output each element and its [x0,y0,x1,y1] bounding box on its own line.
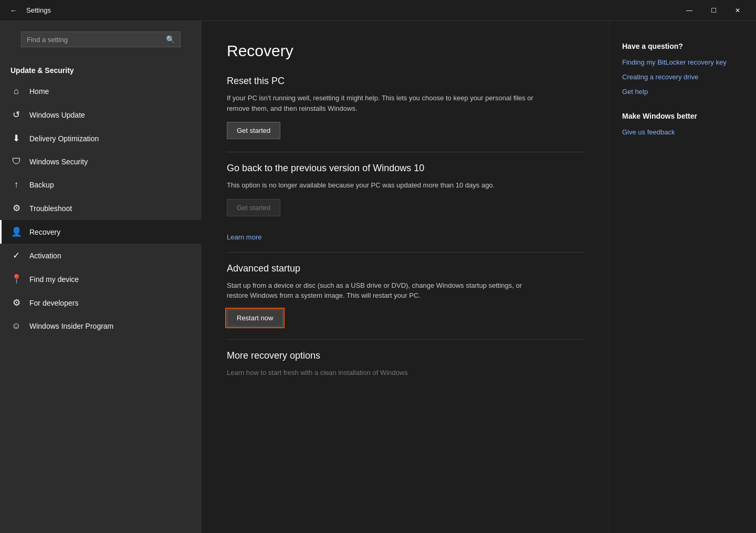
back-button[interactable]: ← [6,3,21,18]
more-recovery-title: More recovery options [227,350,584,361]
sidebar-item-delivery-optimization[interactable]: ⬇ Delivery Optimization [0,127,202,150]
divider-3 [227,339,584,340]
delivery-icon: ⬇ [10,133,22,144]
advanced-startup-title: Advanced startup [227,263,584,274]
go-back-button[interactable]: Get started [227,199,280,216]
window-controls: — ☐ ✕ [677,0,750,21]
sidebar-item-label: Troubleshoot [29,204,72,213]
sidebar-item-label: Windows Insider Program [29,322,113,330]
go-back-section: Go back to the previous version of Windo… [227,163,584,218]
make-better-title: Make Windows better [622,112,743,120]
make-windows-better-section: Make Windows better Give us feedback [622,112,743,137]
main-layout: 🔍 Update & Security ⌂ Home ↺ Windows Upd… [0,21,756,533]
search-input[interactable] [27,36,166,44]
titlebar: ← Settings — ☐ ✕ [0,0,756,21]
activation-icon: ✓ [10,250,22,261]
sidebar-item-label: Home [29,87,49,96]
restart-now-button[interactable]: Restart now [227,309,283,327]
sidebar-item-backup[interactable]: ↑ Backup [0,173,202,196]
right-panel: Have a question? Finding my BitLocker re… [609,21,756,533]
learn-more-area: Learn more [227,229,584,242]
more-recovery-desc: Learn how to start fresh with a clean in… [227,368,542,378]
insider-icon: ☺ [10,321,22,331]
recovery-icon: 👤 [10,226,22,237]
developer-icon: ⚙ [10,297,22,308]
sidebar-item-label: Backup [29,181,54,189]
feedback-link[interactable]: Give us feedback [622,128,743,137]
titlebar-title: Settings [26,6,51,14]
sidebar-item-windows-update[interactable]: ↺ Windows Update [0,103,202,127]
sidebar-item-label: For developers [29,299,78,307]
close-button[interactable]: ✕ [726,0,750,21]
sidebar-header: 🔍 [0,21,202,61]
go-back-title: Go back to the previous version of Windo… [227,163,584,174]
divider-1 [227,152,584,152]
sidebar-section-title: Update & Security [0,61,202,80]
sidebar-item-label: Activation [29,252,61,260]
troubleshoot-icon: ⚙ [10,203,22,214]
sidebar-item-label: Windows Update [29,111,85,119]
sidebar-item-for-developers[interactable]: ⚙ For developers [0,291,202,315]
find-device-icon: 📍 [10,274,22,285]
backup-icon: ↑ [10,180,22,190]
content-area: Recovery Reset this PC If your PC isn't … [202,21,609,533]
have-question-title: Have a question? [622,42,743,50]
learn-more-link[interactable]: Learn more [227,233,261,241]
sidebar-item-troubleshoot[interactable]: ⚙ Troubleshoot [0,196,202,220]
sidebar-item-label: Windows Security [29,158,88,166]
sidebar: 🔍 Update & Security ⌂ Home ↺ Windows Upd… [0,21,202,533]
recovery-drive-link[interactable]: Creating a recovery drive [622,72,743,82]
maximize-button[interactable]: ☐ [701,0,726,21]
page-title: Recovery [227,42,584,60]
sidebar-item-label: Delivery Optimization [29,134,99,143]
sidebar-item-home[interactable]: ⌂ Home [0,80,202,103]
sidebar-item-activation[interactable]: ✓ Activation [0,244,202,267]
advanced-startup-desc: Start up from a device or disc (such as … [227,280,542,301]
sidebar-item-recovery[interactable]: 👤 Recovery [0,220,202,244]
search-box[interactable]: 🔍 [21,32,181,47]
more-recovery-section: More recovery options Learn how to start… [227,350,584,378]
sidebar-item-windows-security[interactable]: 🛡 Windows Security [0,150,202,173]
search-icon: 🔍 [166,35,175,44]
reset-pc-title: Reset this PC [227,76,584,87]
home-icon: ⌂ [10,86,22,97]
reset-pc-section: Reset this PC If your PC isn't running w… [227,76,584,141]
bitlocker-link[interactable]: Finding my BitLocker recovery key [622,58,743,67]
sidebar-item-label: Recovery [29,228,60,236]
sidebar-item-windows-insider[interactable]: ☺ Windows Insider Program [0,315,202,338]
reset-pc-desc: If your PC isn't running well, resetting… [227,93,542,113]
shield-icon: 🛡 [10,156,22,167]
sidebar-item-find-my-device[interactable]: 📍 Find my device [0,267,202,291]
divider-2 [227,252,584,253]
go-back-desc: This option is no longer available becau… [227,180,542,191]
reset-pc-button[interactable]: Get started [227,122,280,139]
sidebar-item-label: Find my device [29,275,79,284]
minimize-button[interactable]: — [677,0,701,21]
advanced-startup-section: Advanced startup Start up from a device … [227,263,584,329]
get-help-link[interactable]: Get help [622,87,743,97]
update-icon: ↺ [10,109,22,120]
